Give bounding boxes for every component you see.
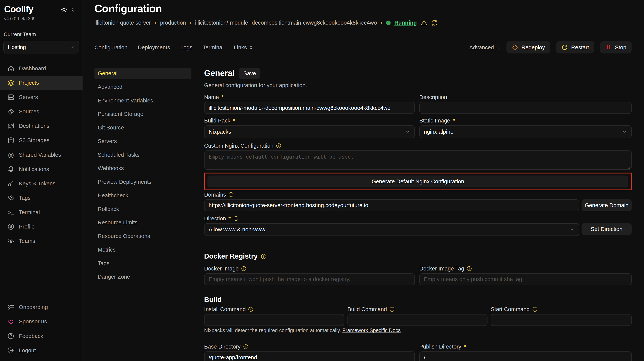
tags-icon xyxy=(7,194,14,201)
save-button[interactable]: Save xyxy=(239,68,260,79)
sidebar-item-shared-variables[interactable]: (x) Shared Variables xyxy=(0,148,82,162)
nginx-config-textarea[interactable] xyxy=(204,150,632,170)
domains-input[interactable] xyxy=(204,199,579,211)
chevron-right-icon: › xyxy=(154,20,156,26)
config-menu-resource-operations[interactable]: Resource Operations xyxy=(94,231,191,242)
domains-label: Domains xyxy=(204,191,226,197)
layers-icon xyxy=(7,79,14,86)
terminal-icon: >_ xyxy=(7,209,14,215)
publish-directory-input[interactable] xyxy=(419,351,632,361)
warning-icon[interactable] xyxy=(420,19,428,26)
config-menu-metrics[interactable]: Metrics xyxy=(94,244,191,256)
config-menu-tags[interactable]: Tags xyxy=(94,258,191,269)
map-icon xyxy=(7,123,14,130)
docker-image-input[interactable] xyxy=(204,273,415,285)
config-menu-general[interactable]: General xyxy=(94,68,191,79)
breadcrumb-project[interactable]: illicitonion quote server xyxy=(94,20,151,26)
build-pack-value: Nixpacks xyxy=(209,129,231,135)
app-version: v4.0.0-beta.399 xyxy=(0,16,82,21)
build-command-input[interactable] xyxy=(348,314,488,326)
team-select[interactable]: Hosting xyxy=(3,41,79,53)
sidebar-item-servers[interactable]: Servers xyxy=(0,90,82,104)
install-command-input[interactable] xyxy=(204,314,344,326)
config-menu-healthcheck[interactable]: Healthcheck xyxy=(94,190,191,201)
tab-links[interactable]: Links xyxy=(234,44,253,51)
sidebar-item-feedback[interactable]: Feedback xyxy=(0,329,82,343)
sidebar-item-keys-tokens[interactable]: Keys & Tokens xyxy=(0,176,82,191)
set-direction-button[interactable]: Set Direction xyxy=(582,223,632,235)
nixpacks-note-text: Nixpacks will detect the required config… xyxy=(204,327,341,333)
breadcrumb-application[interactable]: illicitestonion/-module--decomposition:m… xyxy=(195,20,377,26)
direction-select[interactable]: Allow www & non-www. xyxy=(204,223,579,236)
theme-sun-icon[interactable] xyxy=(60,6,68,13)
status-badge[interactable]: Running xyxy=(394,20,417,26)
restart-button[interactable]: Restart xyxy=(556,41,594,53)
generate-nginx-config-button[interactable]: Generate Default Nginx Configuration xyxy=(207,176,628,187)
start-command-label: Start Command xyxy=(491,306,530,312)
section-title-build: Build xyxy=(204,296,222,304)
current-team-label: Current Team xyxy=(0,31,82,38)
section-title-docker-registry: Docker Registry xyxy=(204,252,258,260)
sidebar-item-sponsor[interactable]: Sponsor us xyxy=(0,314,82,329)
sidebar-item-projects[interactable]: Projects xyxy=(0,76,82,90)
resize-grip-icon[interactable] xyxy=(626,166,630,169)
sidebar-item-logout[interactable]: Logout xyxy=(0,343,82,357)
sidebar-item-teams[interactable]: Teams xyxy=(0,234,82,248)
sidebar-footer: Onboarding Sponsor us Feedback Logout xyxy=(0,300,82,361)
stop-button[interactable]: Stop xyxy=(600,41,632,53)
description-input[interactable] xyxy=(419,102,632,114)
tab-deployments[interactable]: Deployments xyxy=(138,44,170,51)
refresh-icon[interactable] xyxy=(431,19,438,26)
section-subtitle: General configuration for your applicati… xyxy=(204,82,632,89)
generate-domain-button[interactable]: Generate Domain xyxy=(582,199,632,211)
config-menu-preview-deployments[interactable]: Preview Deployments xyxy=(94,176,191,188)
static-image-select[interactable]: nginx:alpine xyxy=(419,125,632,138)
sidebar-item-label: Sources xyxy=(19,109,39,115)
sidebar-item-notifications[interactable]: Notifications xyxy=(0,162,82,176)
nginx-config-label: Custom Nginx Configuration xyxy=(204,143,274,149)
tab-logs[interactable]: Logs xyxy=(180,44,192,51)
config-menu-webhooks[interactable]: Webhooks xyxy=(94,163,191,174)
sidebar-item-destinations[interactable]: Destinations xyxy=(0,119,82,133)
sidebar-item-dashboard[interactable]: Dashboard xyxy=(0,61,82,76)
general-form: General Save General configuration for y… xyxy=(204,68,632,361)
config-menu-danger-zone[interactable]: Danger Zone xyxy=(94,271,191,283)
breadcrumb-environment[interactable]: production xyxy=(160,20,186,26)
framework-docs-link[interactable]: Framework Specific Docs xyxy=(342,327,400,333)
direction-value: Allow www & non-www. xyxy=(209,226,267,233)
chevron-down-icon xyxy=(405,129,410,134)
config-menu-scheduled-tasks[interactable]: Scheduled Tasks xyxy=(94,149,191,161)
sidebar-item-onboarding[interactable]: Onboarding xyxy=(0,300,82,314)
docker-image-tag-input[interactable] xyxy=(419,273,632,285)
config-menu-advanced[interactable]: Advanced xyxy=(94,82,191,93)
required-asterisk: * xyxy=(464,343,466,350)
config-menu-servers[interactable]: Servers xyxy=(94,136,191,147)
config-menu-resource-limits[interactable]: Resource Limits xyxy=(94,217,191,228)
build-pack-select[interactable]: Nixpacks xyxy=(204,125,415,138)
sidebar-item-label: Feedback xyxy=(19,333,43,339)
config-menu-persistent-storage[interactable]: Persistent Storage xyxy=(94,109,191,120)
base-directory-input[interactable] xyxy=(204,351,415,361)
build-pack-label: Build Pack xyxy=(204,117,230,124)
tab-configuration[interactable]: Configuration xyxy=(94,44,128,51)
sidebar-item-label: Terminal xyxy=(19,209,40,215)
redeploy-label: Redeploy xyxy=(522,44,545,51)
config-menu-rollback[interactable]: Rollback xyxy=(94,203,191,215)
logout-icon xyxy=(7,347,14,354)
redeploy-button[interactable]: Redeploy xyxy=(506,41,550,53)
config-menu-git-source[interactable]: Git Source xyxy=(94,122,191,134)
sidebar-item-profile[interactable]: Profile xyxy=(0,219,82,234)
sidebar-item-tags[interactable]: Tags xyxy=(0,191,82,205)
sidebar-item-s3-storages[interactable]: S3 Storages xyxy=(0,133,82,148)
sidebar-collapse-icon[interactable] xyxy=(71,7,76,13)
stop-label: Stop xyxy=(615,44,626,51)
sidebar-item-sources[interactable]: Sources xyxy=(0,104,82,119)
tab-terminal[interactable]: Terminal xyxy=(203,44,224,51)
variables-icon: (x) xyxy=(7,152,14,158)
advanced-dropdown[interactable]: Advanced xyxy=(469,44,500,51)
name-input[interactable] xyxy=(204,102,415,114)
key-icon xyxy=(7,180,14,187)
sidebar-item-terminal[interactable]: >_ Terminal xyxy=(0,205,82,219)
config-menu-environment-variables[interactable]: Environment Variables xyxy=(94,95,191,106)
start-command-input[interactable] xyxy=(491,314,632,326)
